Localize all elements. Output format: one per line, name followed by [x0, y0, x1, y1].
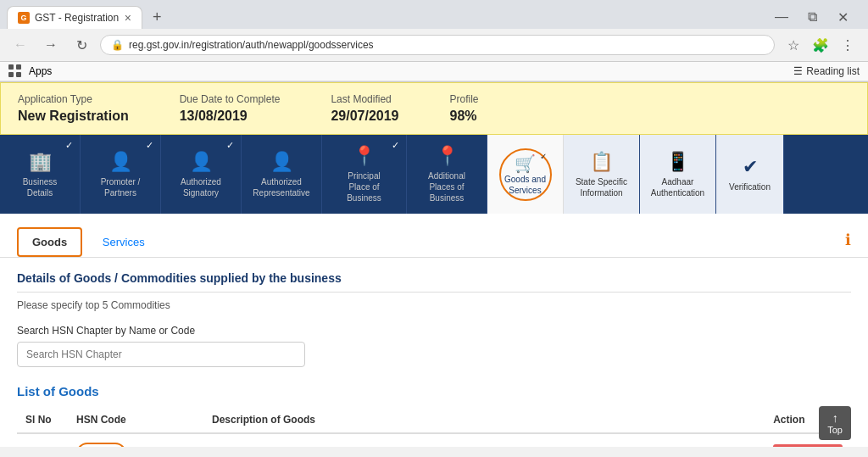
step-aadhaar[interactable]: 📱 AadhaarAuthentication [640, 135, 716, 214]
info-icon: ℹ [845, 231, 851, 249]
verification-label: Verification [729, 181, 771, 192]
new-tab-button[interactable]: + [146, 7, 169, 28]
address-bar[interactable]: 🔒 reg.gst.gov.in/registration/auth/newap… [100, 35, 775, 55]
app-type-col: Application Type New Registration [18, 93, 129, 124]
profile-col: Profile 98% [450, 93, 479, 124]
step-authorized-representative[interactable]: 👤 AuthorizedRepresentative [242, 135, 322, 214]
search-label: Search HSN Chapter by Name or Code [17, 325, 851, 337]
last-modified-col: Last Modified 29/07/2019 [331, 93, 398, 124]
check-icon: ✓ [226, 140, 234, 151]
app-type-value: New Registration [18, 109, 129, 124]
representative-icon: 👤 [270, 151, 293, 173]
due-date-value: 13/08/2019 [180, 109, 281, 124]
check-icon: ✓ [146, 140, 153, 151]
step-business-details[interactable]: ✓ 🏢 BusinessDetails [0, 135, 81, 214]
subtitle: Please specify top 5 Commodities [17, 299, 851, 311]
back-to-top-label: Top [827, 425, 843, 435]
profile-value: 98% [450, 109, 479, 124]
profile-label: Profile [450, 93, 479, 105]
goods-services-tabs: Goods Services ℹ [0, 214, 868, 258]
steps-navigation: ✓ 🏢 BusinessDetails ✓ 👤 Promoter /Partne… [0, 135, 868, 214]
business-details-icon: 🏢 [29, 151, 52, 173]
delete-button[interactable]: 🗑 DELETE [773, 444, 843, 447]
check-icon: ✓ [65, 140, 73, 151]
promoter-icon: 👤 [109, 151, 132, 173]
hsn-code-cell: 8519 [68, 433, 203, 447]
section-title: Details of Goods / Commodities supplied … [17, 271, 851, 293]
step-authorized-signatory[interactable]: ✓ 👤 AuthorizedSignatory [161, 135, 242, 214]
goods-tab[interactable]: Goods [17, 227, 82, 257]
back-to-top-button[interactable]: ↑ Top [819, 406, 851, 440]
restore-button[interactable]: ⧉ [800, 5, 824, 29]
goods-services-label: Goods andServices [504, 174, 546, 196]
tab-favicon: G [18, 12, 30, 24]
goods-table: Sl No HSN Code Description of Goods Acti… [17, 407, 851, 447]
page-content: Application Type New Registration Due Da… [0, 82, 868, 447]
representative-label: AuthorizedRepresentative [253, 176, 309, 198]
signatory-label: AuthorizedSignatory [181, 176, 221, 198]
reading-list-icon: ☰ [793, 65, 803, 77]
url-text: reg.gst.gov.in/registration/auth/newappl… [129, 39, 374, 51]
back-button[interactable]: ← [8, 33, 32, 57]
check-icon: ✓ [392, 140, 399, 151]
last-modified-label: Last Modified [331, 93, 398, 105]
apps-icon [8, 64, 22, 78]
info-band: Application Type New Registration Due Da… [0, 82, 868, 135]
step-goods-services[interactable]: ✓ 🛒 Goods andServices [487, 135, 564, 214]
table-row: 1 8519 SOUND RECORDING OR REPRODUCING AP… [17, 433, 851, 447]
back-to-top-arrow: ↑ [827, 411, 843, 425]
check-icon: ✓ [540, 152, 547, 161]
reading-list-label: Reading list [806, 65, 860, 77]
signatory-icon: 👤 [190, 151, 213, 173]
due-date-col: Due Date to Complete 13/08/2019 [180, 93, 281, 124]
apps-label: Apps [29, 65, 52, 77]
state-specific-label: State SpecificInformation [576, 176, 627, 198]
step-principal-place[interactable]: ✓ 📍 PrincipalPlace ofBusiness [322, 135, 407, 214]
menu-button[interactable]: ⋮ [836, 33, 860, 57]
due-date-label: Due Date to Complete [180, 93, 281, 105]
step-promoter-partners[interactable]: ✓ 👤 Promoter /Partners [81, 135, 161, 214]
last-modified-value: 29/07/2019 [331, 109, 398, 124]
forward-button[interactable]: → [39, 33, 63, 57]
services-tab[interactable]: Services [89, 229, 159, 255]
extensions-button[interactable]: 🧩 [809, 33, 832, 57]
browser-tab[interactable]: G GST - Registration × [7, 6, 142, 29]
form-area: Details of Goods / Commodities supplied … [0, 258, 868, 447]
aadhaar-icon: 📱 [666, 151, 689, 173]
additional-places-icon: 📍 [436, 145, 459, 167]
col-desc: Description of Goods [203, 407, 765, 433]
step-additional-places[interactable]: 📍 AdditionalPlaces ofBusiness [407, 135, 487, 214]
business-details-label: BusinessDetails [23, 176, 58, 198]
minimize-button[interactable]: — [770, 5, 793, 29]
reading-list-button[interactable]: ☰ Reading list [793, 65, 860, 77]
tab-title: GST - Registration [35, 12, 119, 24]
search-input[interactable] [17, 342, 305, 367]
list-title: List of Goods [17, 384, 851, 398]
goods-services-icon: 🛒 [515, 153, 536, 174]
step-state-specific[interactable]: 📋 State SpecificInformation [564, 135, 640, 214]
close-window-button[interactable]: ✕ [831, 5, 854, 29]
col-hsn: HSN Code [68, 407, 203, 433]
principal-place-label: PrincipalPlace ofBusiness [347, 170, 381, 203]
hsn-code-value: 8519 [76, 443, 126, 447]
principal-place-icon: 📍 [353, 145, 376, 167]
slno-cell: 1 [17, 433, 68, 447]
promoter-label: Promoter /Partners [101, 176, 141, 198]
refresh-button[interactable]: ↻ [70, 33, 93, 57]
bookmark-button[interactable]: ☆ [782, 33, 805, 57]
col-slno: Sl No [17, 407, 68, 433]
aadhaar-label: AadhaarAuthentication [651, 176, 704, 198]
goods-services-ring: ✓ 🛒 Goods andServices [499, 148, 552, 201]
additional-places-label: AdditionalPlaces ofBusiness [428, 170, 465, 203]
description-cell: SOUND RECORDING OR REPRODUCING APPARATUS [203, 433, 765, 447]
step-verification[interactable]: ✔ Verification [716, 135, 784, 214]
verification-icon: ✔ [743, 156, 758, 178]
secure-icon: 🔒 [111, 39, 124, 51]
tab-close-button[interactable]: × [125, 11, 131, 25]
state-specific-icon: 📋 [590, 151, 613, 173]
app-type-label: Application Type [18, 93, 129, 105]
